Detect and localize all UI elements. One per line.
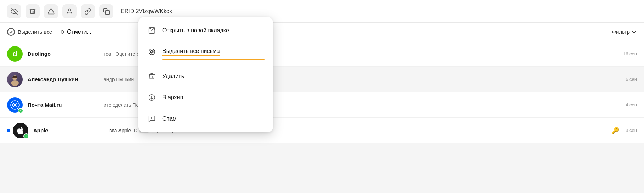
svg-point-12	[149, 49, 155, 55]
menu-item-spam[interactable]: Спам	[138, 108, 273, 129]
menu-item-delete[interactable]: Удалить	[138, 66, 273, 87]
menu-item-label: Выделить все письма	[162, 48, 220, 56]
menu-item-label: Спам	[162, 116, 177, 122]
spam-icon	[147, 114, 157, 124]
menu-item-archive[interactable]: В архив	[138, 87, 273, 108]
archive-icon	[147, 93, 157, 103]
menu-item-select-all[interactable]: Выделить все письма	[138, 41, 273, 62]
menu-item-label: В архив	[162, 94, 183, 101]
open-in-new-tab-icon	[147, 26, 157, 35]
delete-icon	[147, 71, 157, 81]
dropdown-overlay: Открыть в новой вкладке Выделить все пис…	[0, 0, 644, 193]
svg-line-11	[151, 28, 154, 31]
select-all-icon	[147, 47, 157, 57]
menu-item-label: Удалить	[162, 73, 184, 79]
menu-divider	[138, 64, 273, 64]
menu-item-label: Открыть в новой вкладке	[162, 27, 229, 34]
dropdown-menu: Открыть в новой вкладке Выделить все пис…	[138, 17, 273, 132]
menu-item-open-new-tab[interactable]: Открыть в новой вкладке	[138, 20, 273, 41]
